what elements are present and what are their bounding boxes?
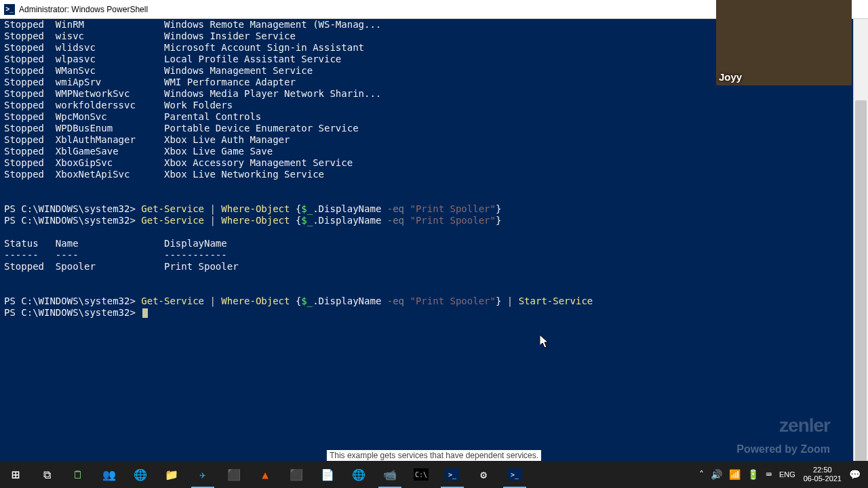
powershell-taskbar-icon-2[interactable]: >_ bbox=[499, 461, 530, 488]
terminal-line: Status Name DisplayName bbox=[4, 238, 852, 249]
zoom-watermark: Powered by Zoom bbox=[736, 443, 830, 455]
tray-keyboard-icon[interactable]: ⌨ bbox=[762, 469, 774, 480]
tray-date: 06-05-2021 bbox=[804, 474, 842, 483]
task-view-button[interactable]: ⧉ bbox=[31, 461, 62, 488]
tray-time: 22:50 bbox=[813, 466, 832, 474]
app-icon-1[interactable]: ⬛ bbox=[281, 461, 312, 488]
camtasia-icon[interactable]: ⬛ bbox=[218, 461, 250, 488]
cursor bbox=[142, 308, 148, 318]
tray-volume-icon[interactable]: 🔊 bbox=[707, 469, 726, 480]
blank-line bbox=[4, 272, 852, 284]
terminal-line: Stopped XblGameSave Xbox Live Game Save bbox=[4, 146, 852, 157]
blank-line bbox=[4, 284, 852, 296]
terminal-line: Stopped workfolderssvc Work Folders bbox=[4, 100, 852, 111]
terminal-line: Stopped XboxGipSvc Xbox Accessory Manage… bbox=[4, 157, 852, 169]
notes-icon[interactable]: 📄 bbox=[312, 461, 343, 488]
tray-clock[interactable]: 22:50 06-05-2021 bbox=[800, 466, 846, 483]
tray-wifi-icon[interactable]: 📶 bbox=[726, 469, 744, 480]
blank-line bbox=[4, 192, 852, 203]
cmd-icon[interactable]: C:\ bbox=[406, 461, 437, 488]
tray-battery-icon[interactable]: 🔋 bbox=[744, 469, 762, 480]
terminal-line: ------ ---- ----------- bbox=[4, 249, 852, 261]
terminal-prompt[interactable]: PS C:\WINDOWS\system32> bbox=[4, 307, 852, 319]
telegram-icon[interactable]: ✈ bbox=[187, 461, 218, 488]
webcam-thumbnail[interactable]: Joyy bbox=[716, 0, 852, 85]
teams-icon[interactable]: 👥 bbox=[94, 461, 125, 488]
tray-language[interactable]: ENG bbox=[775, 470, 800, 479]
tray-chevron-icon[interactable]: ˄ bbox=[696, 469, 707, 480]
tray-notifications-icon[interactable]: 💬 bbox=[846, 469, 864, 480]
file-explorer-icon[interactable]: 📁 bbox=[156, 461, 187, 488]
settings-taskbar-icon[interactable]: ⚙ bbox=[468, 461, 499, 488]
zoom-icon[interactable]: 📹 bbox=[374, 461, 406, 488]
scrollbar-thumb[interactable] bbox=[855, 100, 867, 466]
terminal-line: Stopped Spooler Print Spooler bbox=[4, 261, 852, 272]
terminal-line: Stopped WMPNetworkSvc Windows Media Play… bbox=[4, 88, 852, 100]
terminal-line: Stopped XblAuthManager Xbox Live Auth Ma… bbox=[4, 134, 852, 146]
chrome-icon[interactable]: 🌐 bbox=[125, 461, 156, 488]
terminal-line: PS C:\WINDOWS\system32> Get-Service | Wh… bbox=[4, 296, 852, 307]
brand-watermark: zenler bbox=[779, 415, 830, 436]
notepadpp-icon[interactable]: 🗒 bbox=[62, 461, 94, 488]
window-title: Administrator: Windows PowerShell bbox=[19, 5, 148, 14]
taskbar[interactable]: ⊞ ⧉ 🗒 👥 🌐 📁 ✈ ⬛ ▲ ⬛ 📄 🌐 📹 C:\ >_ ⚙ >_ ˄ … bbox=[0, 461, 868, 488]
powershell-icon: >_ bbox=[4, 4, 15, 15]
scrollbar[interactable] bbox=[853, 19, 868, 461]
terminal-line: Stopped WPDBusEnum Portable Device Enume… bbox=[4, 123, 852, 134]
blank-line bbox=[4, 226, 852, 238]
terminal-line: PS C:\WINDOWS\system32> Get-Service | Wh… bbox=[4, 215, 852, 226]
webcam-name: Joyy bbox=[719, 71, 742, 83]
background-text: This example gets services that have dep… bbox=[327, 450, 541, 461]
terminal-line: Stopped XboxNetApiSvc Xbox Live Networki… bbox=[4, 169, 852, 180]
terminal-line: PS C:\WINDOWS\system32> Get-Service | Wh… bbox=[4, 203, 852, 215]
powershell-taskbar-icon[interactable]: >_ bbox=[437, 461, 468, 488]
blank-line bbox=[4, 180, 852, 192]
edge-icon[interactable]: 🌐 bbox=[343, 461, 374, 488]
terminal-line: Stopped WpcMonSvc Parental Controls bbox=[4, 111, 852, 123]
start-button[interactable]: ⊞ bbox=[0, 461, 31, 488]
vlc-icon[interactable]: ▲ bbox=[250, 461, 281, 488]
